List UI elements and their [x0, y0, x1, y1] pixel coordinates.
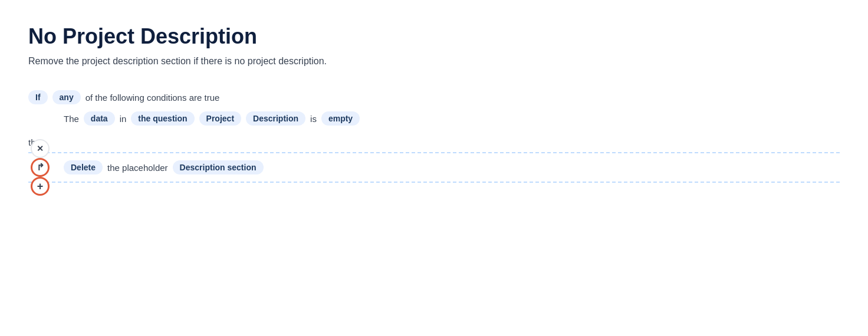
the-label: The: [64, 114, 79, 124]
page-title: No Project Description: [28, 24, 840, 49]
page-subtitle: Remove the project description section i…: [28, 56, 840, 67]
any-badge[interactable]: any: [52, 90, 81, 104]
if-badge[interactable]: If: [28, 90, 48, 104]
of-the-following-text: of the following conditions are true: [86, 93, 220, 103]
branch-button[interactable]: ↱: [31, 158, 50, 177]
condition-detail-row: The data in the question Project Descrip…: [64, 111, 840, 126]
close-button[interactable]: ✕: [31, 139, 50, 158]
action-row: Delete the placeholder Description secti…: [64, 160, 264, 174]
in-label: in: [120, 114, 127, 124]
action-row-wrapper: Delete the placeholder Description secti…: [28, 152, 840, 183]
the-placeholder-text: the placeholder: [107, 163, 168, 173]
then-label: then: [28, 137, 840, 147]
add-button[interactable]: +: [31, 177, 50, 196]
condition-block: If any of the following conditions are t…: [28, 90, 840, 126]
if-condition-row: If any of the following conditions are t…: [28, 90, 840, 104]
project-badge[interactable]: Project: [199, 111, 241, 126]
delete-action-badge[interactable]: Delete: [64, 160, 103, 174]
action-block: ✕ ↱ + Delete the placeholder Description…: [28, 152, 840, 183]
empty-badge[interactable]: empty: [321, 111, 360, 126]
description-section-badge[interactable]: Description section: [173, 160, 264, 174]
action-controls-group: ✕ ↱ +: [31, 139, 50, 196]
data-badge[interactable]: data: [84, 111, 115, 126]
the-question-badge[interactable]: the question: [131, 111, 194, 126]
is-label: is: [310, 114, 317, 124]
description-badge[interactable]: Description: [246, 111, 305, 126]
